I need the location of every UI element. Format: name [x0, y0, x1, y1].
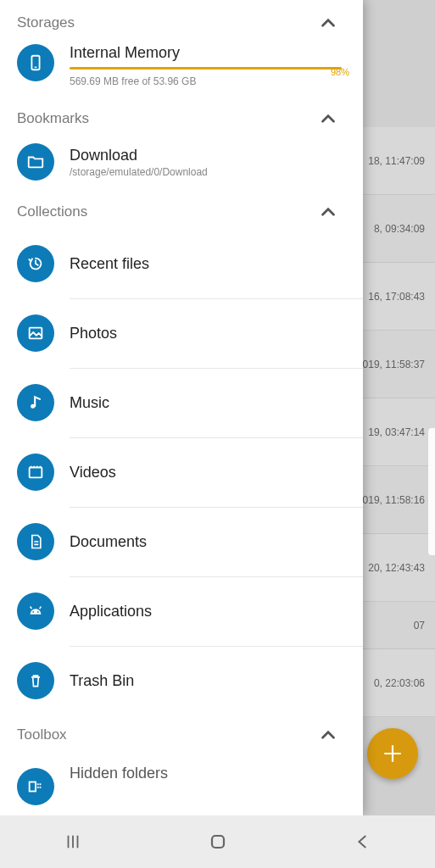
recents-button[interactable] [56, 825, 90, 859]
bookmark-item-download[interactable]: Download /storage/emulated/0/Download [17, 136, 363, 192]
collection-item-recent[interactable]: Recent files [17, 230, 363, 298]
scroll-indicator [428, 428, 435, 555]
bg-row: 0, 22:03:06 [350, 649, 435, 717]
bg-row: 07 [350, 602, 435, 649]
home-button[interactable] [201, 825, 235, 859]
android-icon [17, 593, 54, 630]
bg-row: 18, 11:47:09 [350, 127, 435, 195]
svg-rect-1 [35, 67, 37, 68]
system-navigation-bar [0, 815, 435, 868]
bookmark-title: Download [70, 147, 208, 164]
navigation-drawer[interactable]: Storages Internal Memory 98% 569.69 MB f… [0, 0, 363, 815]
storage-progress: 98% [70, 67, 348, 70]
chevron-up-icon [317, 724, 339, 746]
add-button[interactable] [367, 728, 418, 779]
collection-label: Photos [70, 325, 363, 342]
section-title: Bookmarks [17, 110, 89, 127]
document-icon [17, 523, 54, 560]
collection-item-videos[interactable]: Videos [17, 438, 363, 507]
collection-label: Applications [70, 603, 363, 620]
svg-point-5 [32, 611, 34, 613]
section-header-bookmarks[interactable]: Bookmarks [0, 99, 363, 136]
background-file-list: 18, 11:47:09 8, 09:34:09 16, 17:08:43 01… [350, 127, 435, 805]
bookmark-path: /storage/emulated/0/Download [70, 166, 208, 178]
toolbox-item-hidden-folders[interactable]: Hidden folders [17, 753, 363, 782]
folder-icon [17, 143, 54, 181]
collection-label: Recent files [70, 255, 363, 273]
music-icon [17, 384, 54, 421]
bg-row: 19, 03:47:14 [350, 398, 435, 466]
section-header-toolbox[interactable]: Toolbox [0, 715, 363, 753]
section-title: Collections [17, 203, 87, 220]
bg-row: 8, 09:34:09 [350, 195, 435, 263]
collection-item-trash[interactable]: Trash Bin [17, 647, 363, 715]
storage-free-label: 569.69 MB free of 53.96 GB [70, 75, 348, 87]
collection-label: Trash Bin [70, 672, 363, 690]
plus-icon [382, 743, 404, 765]
chevron-up-icon [317, 12, 339, 34]
collection-label: Music [70, 394, 363, 412]
section-header-storages[interactable]: Storages [0, 3, 363, 41]
collection-label: Documents [70, 533, 363, 551]
bg-row: 019, 11:58:37 [350, 331, 435, 398]
collection-item-documents[interactable]: Documents [17, 508, 363, 576]
collections-list: Recent files Photos Music Videos [0, 230, 363, 715]
storage-percent: 98% [331, 67, 349, 77]
chevron-up-icon [317, 108, 339, 130]
collection-item-music[interactable]: Music [17, 369, 363, 437]
bg-row: 20, 12:43:43 [350, 534, 435, 602]
collection-item-photos[interactable]: Photos [17, 299, 363, 368]
photo-icon [17, 314, 54, 352]
svg-rect-2 [30, 328, 42, 339]
bg-row: 16, 17:08:43 [350, 263, 435, 331]
section-title: Toolbox [17, 726, 67, 743]
trash-icon [17, 662, 54, 699]
section-title: Storages [17, 14, 75, 31]
svg-rect-8 [212, 836, 224, 848]
bg-row: 019, 11:58:16 [350, 466, 435, 534]
toolbox-label: Hidden folders [70, 765, 168, 782]
collection-label: Videos [70, 464, 363, 481]
section-header-collections[interactable]: Collections [0, 192, 363, 230]
storage-item-internal[interactable]: Internal Memory 98% 569.69 MB free of 53… [17, 41, 363, 99]
phone-icon [17, 44, 54, 81]
hidden-folders-icon [17, 768, 54, 805]
svg-point-6 [37, 611, 39, 613]
chevron-up-icon [317, 201, 339, 223]
svg-rect-4 [30, 468, 42, 478]
video-icon [17, 453, 54, 491]
collection-item-applications[interactable]: Applications [17, 577, 363, 646]
recent-icon [17, 245, 54, 282]
back-button[interactable] [346, 825, 380, 859]
storage-title: Internal Memory [70, 44, 348, 62]
svg-rect-7 [30, 782, 36, 791]
